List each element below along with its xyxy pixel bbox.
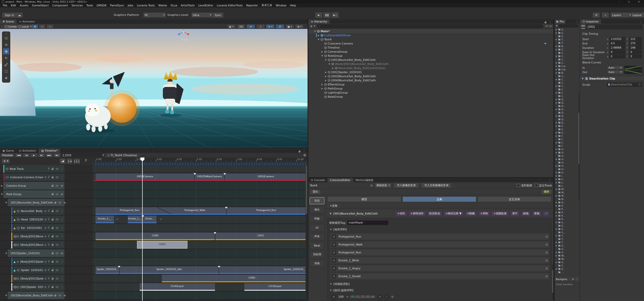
project-folder-row[interactable]: ▶E.. — [555, 124, 580, 128]
add-to-group-icon[interactable]: + — [61, 251, 63, 255]
action-sequence-item[interactable]: xEmote_1_Blink⊙ — [330, 257, 550, 264]
project-folder-row[interactable]: ▶C.. — [555, 61, 580, 64]
segment-模型[interactable]: 模型 — [327, 196, 401, 202]
project-folder-row[interactable]: D.. — [555, 104, 580, 108]
project-folder-row[interactable]: F.. — [555, 144, 580, 148]
track-header[interactable]: ▲➤[Body][002]Spider_102010⊙⋮ — [11, 258, 64, 265]
mute-eye-icon[interactable] — [56, 286, 59, 288]
track-lane[interactable]: [001]Camera[002]ToMainCamera[003]Camera — [93, 173, 306, 181]
track-binding-icon[interactable]: ⊙ — [44, 286, 47, 288]
rotate-tool[interactable]: ↻ — [3, 55, 9, 61]
project-folder-row[interactable]: ▶D.. — [555, 101, 580, 104]
expand-icon[interactable]: ▶ — [556, 202, 557, 204]
track-header[interactable]: [Body][001]NoviceSet_Boc⊙⋮ — [11, 232, 64, 240]
project-folder-row[interactable]: ▶I.. — [555, 174, 580, 177]
add-protagonist-tab[interactable]: +主角 — [327, 203, 340, 208]
create-button[interactable]: + — [310, 24, 313, 28]
track-menu-icon[interactable]: ⋮ — [61, 260, 63, 263]
track-collapse-icon[interactable]: ▼ — [5, 294, 7, 297]
scene-viewport[interactable]: ══↻⊕ ‹ Persp — [0, 29, 308, 148]
expand-icon[interactable]: ▶ — [556, 182, 557, 184]
lock-icon[interactable] — [52, 218, 54, 221]
sidebar-item-镜头[interactable]: 镜头 — [310, 206, 324, 213]
hierarchy-row[interactable]: Cutscene Camera — [308, 41, 553, 46]
seconds-field[interactable]: 0 — [609, 54, 625, 58]
project-folder-row[interactable]: D.. — [555, 118, 580, 121]
sidebar-item-Beat[interactable]: Beat — [310, 242, 324, 249]
mute-eye-icon[interactable] — [56, 168, 59, 170]
audio-preview-icon[interactable] — [544, 42, 547, 46]
timeline-breadcrumb[interactable]: ⬡ TI_Test4 (Timeline) — [106, 153, 141, 157]
play-button[interactable]: ▶ — [315, 12, 323, 18]
project-folder-row[interactable]: ▶Cut.. — [555, 68, 580, 71]
project-folder-row[interactable]: H.. — [555, 168, 580, 171]
expand-icon[interactable]: ▶ — [332, 67, 334, 69]
out-curve-preview[interactable] — [624, 70, 642, 74]
project-folder-row[interactable]: T.. — [555, 41, 580, 44]
remove-action-button[interactable]: x — [332, 250, 336, 255]
project-folder-row[interactable]: ▶D.. — [555, 98, 580, 101]
track-menu-icon[interactable]: ⋮ — [61, 269, 63, 272]
tab-inspector[interactable]: ⓘInspector — [580, 19, 601, 24]
segment-主角[interactable]: 主角 — [402, 196, 477, 202]
expand-icon[interactable]: ▶ — [556, 29, 557, 31]
prev-frame-button[interactable]: |◀ — [23, 153, 30, 157]
track-menu-icon[interactable]: ⋮ — [61, 243, 63, 247]
pin-icon[interactable] — [48, 243, 50, 246]
mute-eye-icon[interactable] — [56, 261, 59, 263]
actor-action-button[interactable]: 居中 — [510, 211, 519, 216]
project-folder-row[interactable]: Y.. — [555, 264, 580, 267]
import-main-camera-button[interactable]: 导入主角摄像机资源 — [421, 183, 452, 188]
add-index-button[interactable]: + — [378, 300, 382, 301]
expand-icon[interactable]: ▶ — [556, 188, 557, 190]
hidden-objects-toggle[interactable]: ∅ — [276, 24, 284, 29]
expand-icon[interactable]: ▶ — [556, 148, 557, 150]
hierarchy-row[interactable]: ▶[002]Spider_1020101 — [308, 70, 553, 74]
expand-icon[interactable]: ▶ — [556, 211, 557, 214]
project-folder-row[interactable]: D.. — [555, 111, 580, 114]
measure-tool-toggle[interactable]: ⑃ — [47, 24, 54, 29]
lock-icon[interactable] — [52, 277, 54, 280]
object-picker-icon[interactable]: ⊙ — [546, 251, 548, 254]
sidebar-item-声音[interactable]: 声音 — [310, 233, 324, 240]
view-tool[interactable] — [3, 35, 9, 41]
actor-action-button[interactable]: 贴地 — [521, 211, 530, 216]
project-folder-row[interactable]: C.. — [555, 88, 580, 91]
expand-icon[interactable]: ▶ — [556, 115, 557, 117]
render-mode-dropdown[interactable]: ◐▼ — [227, 24, 236, 29]
add-to-group-icon[interactable]: + — [63, 294, 66, 297]
exit-button[interactable]: 退出 — [310, 189, 321, 195]
mute-eye-icon[interactable] — [56, 210, 59, 212]
track-header[interactable]: Beat Track⋮ — [3, 165, 64, 173]
mute-eye-icon[interactable] — [59, 295, 61, 296]
actor-action-button[interactable]: 状态机动 — [427, 211, 442, 216]
project-folder-row[interactable]: ▶S.. — [555, 31, 580, 35]
track-lane[interactable] — [93, 182, 306, 189]
expand-icon[interactable]: ▶ — [556, 268, 557, 270]
object-picker-icon[interactable]: ⊙ — [639, 83, 641, 86]
panel-menu-icon[interactable]: ⋮ — [303, 150, 306, 153]
create-asset-button[interactable]: + — [556, 24, 558, 27]
expand-icon[interactable]: ▶ — [556, 158, 557, 160]
expand-icon[interactable]: ▶ — [556, 32, 557, 34]
remove-path-button[interactable]: x — [332, 300, 336, 301]
lock-icon[interactable] — [52, 227, 54, 229]
collapse-icon[interactable]: ▼ — [329, 213, 332, 215]
lock-icon[interactable] — [52, 235, 54, 238]
project-folder-row[interactable]: ▶D.. — [555, 121, 580, 124]
track-lane[interactable]: [106] — [93, 275, 306, 282]
track-header[interactable]: [Body][002]Spider_102010⊙⋮ — [11, 275, 64, 282]
project-scrollbar[interactable] — [578, 93, 579, 201]
tab-game[interactable]: ◉Game — [0, 149, 16, 153]
project-folder-row[interactable]: ▶S.. — [555, 227, 580, 231]
pin-icon[interactable] — [48, 286, 50, 288]
project-folder-row[interactable]: ▶B.. — [555, 44, 580, 48]
project-folder-row[interactable]: … — [555, 271, 580, 274]
project-folder-row[interactable]: ▶S.. — [555, 221, 580, 224]
expand-icon[interactable]: ▶ — [556, 125, 557, 127]
path-index[interactable]: [0] — [351, 295, 355, 298]
clear-inactive-button[interactable]: Clear Inactive — [556, 283, 573, 286]
expand-icon[interactable]: ▶ — [556, 62, 557, 64]
actor-action-button[interactable]: +动作 — [395, 211, 407, 216]
menu-gameobject[interactable]: GameObject — [30, 4, 50, 7]
